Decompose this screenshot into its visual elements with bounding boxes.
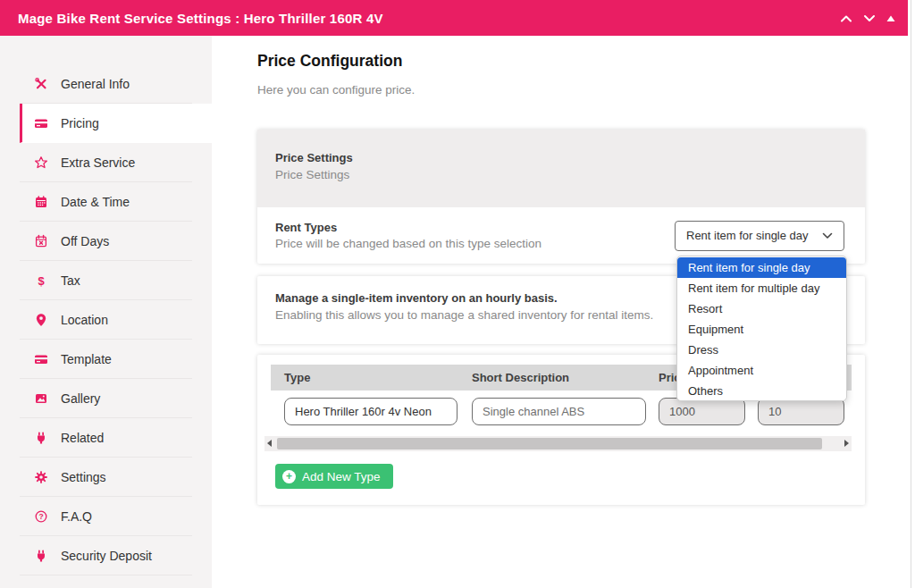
sidebar-item-label: Settings — [61, 470, 106, 484]
col4-input[interactable] — [758, 398, 844, 425]
sidebar-item-pricing[interactable]: Pricing — [20, 104, 212, 143]
titlebar: Mage Bike Rent Service Settings : Hero T… — [0, 0, 908, 36]
horizontal-scrollbar[interactable] — [264, 436, 852, 451]
dropdown-option[interactable]: Rent item for single day — [677, 257, 846, 278]
sidebar-item-label: Template — [61, 352, 112, 366]
question-circle-icon: ? — [33, 509, 49, 524]
price-settings-card: Price Settings Price Settings Rent Types… — [257, 130, 865, 264]
sidebar-item-label: Tax — [61, 273, 80, 288]
dropdown-option[interactable]: Dress — [677, 340, 846, 360]
plus-circle-icon: + — [282, 470, 296, 483]
page: Mage Bike Rent Service Settings : Hero T… — [0, 0, 915, 588]
chevron-down-icon[interactable] — [863, 13, 876, 23]
rent-type-select[interactable]: Rent item for single day — [675, 221, 844, 251]
sidebar-item-related[interactable]: Related — [20, 418, 192, 458]
rent-type-dropdown-list: Rent item for single day Rent item for m… — [676, 256, 847, 401]
sidebar-item-label: Extra Service — [61, 155, 135, 170]
chevron-up-icon[interactable] — [840, 13, 852, 23]
caret-up-icon[interactable] — [886, 14, 895, 22]
sidebar-item-faq[interactable]: ? F.A.Q — [20, 497, 192, 536]
sidebar-item-date-time[interactable]: Date & Time — [20, 182, 192, 222]
plug-icon — [33, 549, 49, 563]
sidebar-item-location[interactable]: Location — [20, 300, 192, 340]
price-input[interactable] — [659, 398, 745, 425]
dropdown-option[interactable]: Others — [677, 381, 846, 401]
chevron-down-icon — [822, 232, 833, 239]
sidebar-item-label: Location — [61, 313, 108, 327]
viewport-edge-line — [911, 0, 911, 588]
sidebar-item-gallery[interactable]: Gallery — [20, 379, 192, 418]
sidebar-item-label: Related — [61, 431, 104, 445]
rent-types-description: Price will be changed based on this type… — [275, 237, 541, 250]
image-icon — [33, 391, 49, 406]
svg-text:$: $ — [38, 273, 45, 287]
page-subtitle: Here you can configure price. — [257, 83, 415, 97]
type-input[interactable] — [284, 398, 458, 425]
table-header-type: Type — [284, 365, 310, 391]
sidebar: General Info Pricing Extra Service Date … — [0, 36, 212, 588]
star-icon — [33, 155, 49, 170]
sidebar-item-general-info[interactable]: General Info — [20, 64, 192, 104]
gear-icon — [33, 470, 49, 484]
plug-icon — [33, 431, 49, 445]
rent-type-selected-value: Rent item for single day — [686, 229, 809, 242]
rent-types-label: Rent Types — [275, 221, 541, 234]
price-settings-subtitle: Price Settings — [275, 168, 847, 181]
sidebar-item-label: General Info — [61, 77, 130, 91]
add-new-type-label: Add New Type — [302, 470, 381, 483]
sidebar-item-security-deposit[interactable]: Security Deposit — [20, 536, 192, 575]
svg-text:?: ? — [38, 512, 43, 521]
window-title: Mage Bike Rent Service Settings : Hero T… — [18, 11, 383, 26]
sidebar-item-label: F.A.Q — [61, 509, 92, 524]
scrollbar-thumb[interactable] — [277, 438, 822, 449]
scroll-left-arrow-icon[interactable] — [267, 440, 272, 447]
sidebar-item-off-days[interactable]: Off Days — [20, 222, 192, 261]
scroll-right-arrow-icon[interactable] — [844, 440, 849, 447]
dropdown-option[interactable]: Resort — [677, 298, 846, 319]
sidebar-item-tax[interactable]: $ Tax — [20, 261, 192, 300]
price-settings-title: Price Settings — [275, 151, 847, 164]
add-new-type-button[interactable]: + Add New Type — [275, 464, 393, 489]
map-pin-icon — [33, 313, 49, 327]
rent-types-text: Rent Types Price will be changed based o… — [275, 221, 541, 250]
sidebar-item-template[interactable]: Template — [20, 340, 192, 379]
calendar-icon — [33, 195, 49, 209]
sidebar-item-label: Pricing — [61, 116, 99, 130]
sidebar-item-label: Off Days — [61, 234, 109, 248]
dollar-icon: $ — [33, 273, 49, 288]
dropdown-option[interactable]: Equipment — [677, 319, 846, 340]
dropdown-option[interactable]: Appointment — [677, 360, 846, 381]
sidebar-item-settings[interactable]: Settings — [20, 458, 192, 497]
dropdown-option[interactable]: Rent item for multiple day — [677, 278, 846, 298]
sidebar-item-label: Date & Time — [61, 195, 130, 209]
sidebar-item-extra-service[interactable]: Extra Service — [20, 143, 192, 182]
short-description-input[interactable] — [472, 398, 646, 425]
price-settings-header: Price Settings Price Settings — [257, 130, 865, 207]
sidebar-item-label: Security Deposit — [61, 549, 152, 563]
titlebar-controls — [840, 13, 908, 23]
calendar-x-icon — [33, 234, 49, 248]
sidebar-nav: General Info Pricing Extra Service Date … — [20, 64, 192, 575]
credit-card-icon — [33, 352, 49, 366]
credit-card-icon — [33, 116, 49, 130]
table-header-short-description: Short Description — [472, 365, 569, 391]
page-title: Price Configuration — [257, 52, 402, 71]
tools-icon — [33, 77, 49, 91]
sidebar-item-label: Gallery — [61, 391, 100, 406]
